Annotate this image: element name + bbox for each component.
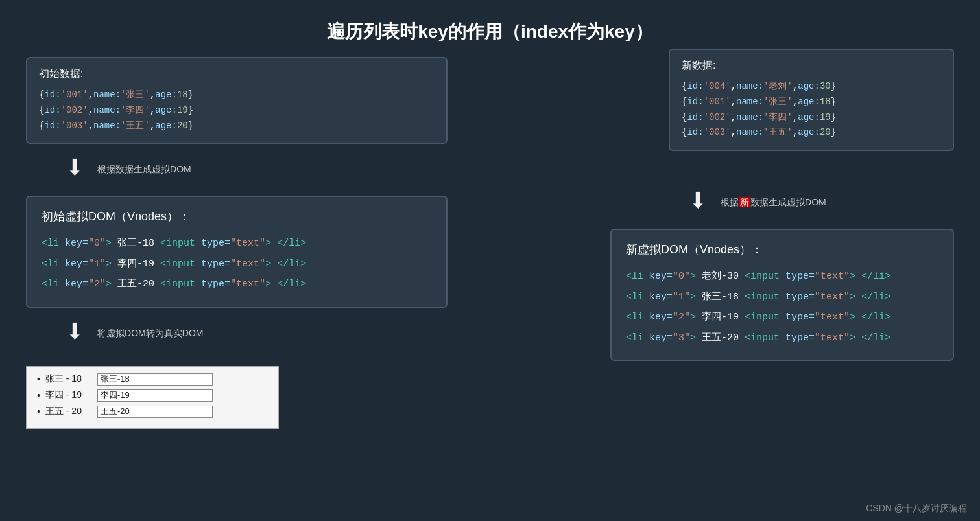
real-row-2: • 王五 - 20 (37, 406, 268, 418)
new-data-line-1: {id:'001',name:'张三',age:18} (682, 95, 941, 110)
initial-data-title: 初始数据: (39, 67, 435, 81)
new-vdom-box: 新虚拟DOM（Vnodes）： <li key="0"> 老刘-30 <inpu… (610, 229, 954, 361)
new-data-title: 新数据: (682, 59, 941, 73)
arrow-section-1: ⬇ 根据数据生成虚拟DOM (26, 144, 448, 196)
down-arrow-icon-3: ⬇ (688, 187, 708, 219)
left-column: 初始数据: {id:'001',name:'张三',age:18} {id:'0… (26, 57, 448, 429)
real-row-0: • 张三 - 18 (37, 373, 268, 386)
bullet-1: • (37, 390, 40, 400)
new-data-box: 新数据: {id:'004',name:'老刘',age:30} {id:'00… (669, 49, 954, 151)
down-arrow-icon-2: ⬇ (65, 318, 84, 350)
init-line-2: {id:'003',name:'王五',age:20} (39, 119, 435, 134)
real-label-1: 李四 - 19 (45, 389, 97, 401)
new-vdom-line-3: <li key="3"> 王五-20 <input type="text"> <… (626, 328, 938, 349)
input-lisi[interactable] (97, 389, 213, 402)
new-data-line-0: {id:'004',name:'老刘',age:30} (682, 79, 941, 95)
new-data-line-3: {id:'003',name:'王五',age:20} (682, 125, 941, 141)
input-zhangsan[interactable] (97, 373, 213, 386)
initial-vdom-box: 初始虚拟DOM（Vnodes）： <li key="0"> 张三-18 <inp… (26, 196, 448, 308)
real-label-2: 王五 - 20 (45, 406, 97, 417)
new-vdom-line-1: <li key="1"> 张三-18 <input type="text"> <… (626, 287, 938, 308)
bullet-0: • (37, 374, 40, 384)
vdom-line-0: <li key="0"> 张三-18 <input type="text"> <… (42, 233, 432, 254)
real-label-0: 张三 - 18 (45, 373, 97, 385)
input-wangwu[interactable] (97, 406, 213, 418)
real-row-1: • 李四 - 19 (37, 389, 268, 402)
bullet-2: • (37, 406, 40, 417)
real-dom-section: • 张三 - 18 • 李四 - 19 • 王五 - 20 (26, 366, 448, 429)
right-arrow-section: ⬇ 根据新数据生成虚拟DOM (610, 177, 954, 229)
right-column: ⬇ 根据新数据生成虚拟DOM 新虚拟DOM（Vnodes）： <li key="… (610, 177, 954, 429)
vdom-line-1: <li key="1"> 李四-19 <input type="text"> <… (42, 254, 432, 275)
arrow-label-1: 根据数据生成虚拟DOM (97, 164, 191, 176)
down-arrow-icon-1: ⬇ (65, 154, 84, 186)
right-arrow-label: 根据新数据生成虚拟DOM (721, 197, 826, 209)
new-vdom-title: 新虚拟DOM（Vnodes）： (626, 242, 938, 257)
vdom-line-2: <li key="2"> 王五-20 <input type="text"> <… (42, 274, 432, 295)
initial-vdom-title: 初始虚拟DOM（Vnodes）： (42, 209, 432, 224)
initial-data-box: 初始数据: {id:'001',name:'张三',age:18} {id:'0… (26, 57, 448, 144)
new-data-line-2: {id:'002',name:'李四',age:19} (682, 110, 941, 126)
new-vdom-line-2: <li key="2"> 李四-19 <input type="text"> <… (626, 307, 938, 328)
init-line-0: {id:'001',name:'张三',age:18} (39, 87, 435, 103)
init-line-1: {id:'002',name:'李四',age:19} (39, 103, 435, 119)
new-vdom-line-0: <li key="0"> 老刘-30 <input type="text"> <… (626, 266, 938, 287)
watermark: CSDN @十八岁讨厌编程 (866, 503, 967, 515)
arrow-section-2: ⬇ 将虚拟DOM转为真实DOM (26, 308, 448, 360)
real-dom-box: • 张三 - 18 • 李四 - 19 • 王五 - 20 (26, 366, 279, 429)
arrow-label-2: 将虚拟DOM转为真实DOM (97, 328, 203, 340)
